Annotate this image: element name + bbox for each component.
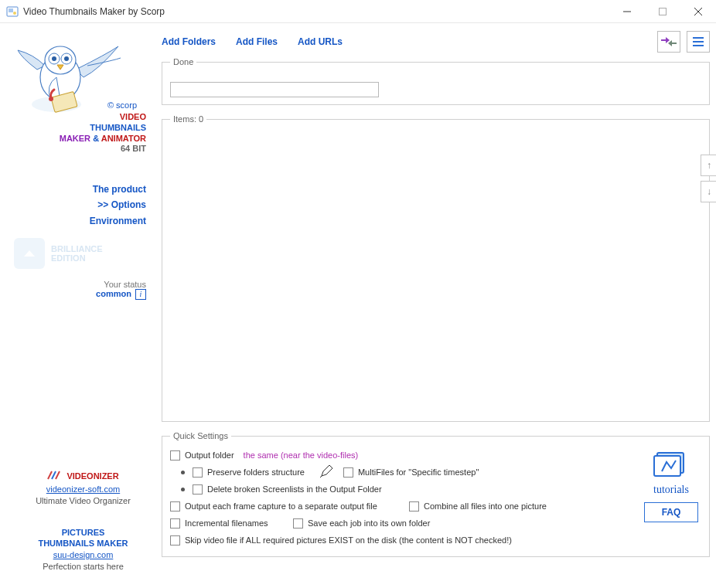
nav-product[interactable]: The product xyxy=(14,182,146,197)
sidebar: © scorp VIDEO THUMBNAILS MAKER & ANIMATO… xyxy=(0,23,159,588)
incremental-checkbox[interactable] xyxy=(170,518,180,529)
add-urls-button[interactable]: Add URLs xyxy=(298,36,343,47)
preserve-label: Preserve folders structure xyxy=(207,467,305,477)
ptm-line1: PICTURES xyxy=(14,527,152,539)
maximize-button[interactable] xyxy=(645,0,680,23)
edition-line2: EDITION xyxy=(51,253,103,263)
output-folder-label: Output folder xyxy=(185,450,234,460)
skip-checkbox[interactable] xyxy=(170,535,180,546)
each-frame-checkbox[interactable] xyxy=(170,501,180,512)
titlebar: Video Thumbnails Maker by Scorp xyxy=(0,0,716,23)
scorp-copyright: © scorp xyxy=(107,100,137,110)
save-each-label: Save each job into its own folder xyxy=(308,518,430,528)
videonizer-promo: VIDEONIZER videonizer-soft.com Ultimate … xyxy=(14,470,152,507)
edition-line1: BRILLIANCE xyxy=(51,244,103,253)
sidebar-nav: The product >> Options Environment xyxy=(14,182,152,229)
multifiles-label: MultiFiles for "Specific timestep" xyxy=(358,467,479,477)
delete-broken-label: Delete broken Screenlists in the Output … xyxy=(207,484,382,494)
preserve-checkbox[interactable] xyxy=(193,467,203,478)
faq-button[interactable]: FAQ xyxy=(644,502,698,522)
bullet-icon xyxy=(181,488,185,491)
videonizer-sub: Ultimate Video Organizer xyxy=(14,495,152,507)
skip-label: Skip video file if ALL required pictures… xyxy=(185,535,512,545)
nav-options[interactable]: >> Options xyxy=(14,197,146,212)
items-legend: Items: 0 xyxy=(170,114,206,124)
output-folder-checkbox[interactable] xyxy=(170,450,180,461)
tutorials-label[interactable]: tutorials xyxy=(644,484,698,496)
edition-block: BRILLIANCE EDITION xyxy=(14,238,152,269)
info-icon[interactable]: i xyxy=(135,289,146,300)
add-files-button[interactable]: Add Files xyxy=(236,36,278,47)
ptm-promo: PICTURES THUMBNAILS MAKER suu-design.com… xyxy=(14,527,152,573)
videonizer-icon xyxy=(47,470,61,484)
items-list[interactable] xyxy=(170,130,701,413)
combine-checkbox[interactable] xyxy=(409,501,419,512)
ptm-sub: Perfection starts here xyxy=(14,561,152,573)
save-each-checkbox[interactable] xyxy=(293,518,303,529)
logo-area: © scorp VIDEO THUMBNAILS MAKER & ANIMATO… xyxy=(14,31,152,155)
content-area: Add Folders Add Files Add URLs Done Item… xyxy=(159,23,716,588)
each-frame-label: Output each frame capture to a separate … xyxy=(185,501,409,511)
edit-icon[interactable] xyxy=(320,465,332,479)
nav-environment[interactable]: Environment xyxy=(14,213,146,229)
status-value: common xyxy=(96,289,131,298)
minimize-button[interactable] xyxy=(609,0,645,23)
svg-rect-4 xyxy=(660,8,667,15)
svg-line-19 xyxy=(320,476,322,478)
edition-icon xyxy=(14,238,45,269)
quick-legend: Quick Settings xyxy=(170,431,231,440)
list-icon-button[interactable] xyxy=(687,31,710,53)
status-label: Your status xyxy=(14,280,146,289)
move-down-button[interactable]: ↓ xyxy=(701,181,716,202)
app-icon xyxy=(6,5,19,18)
tutorials-block: tutorials FAQ xyxy=(644,448,698,522)
owl-logo-icon xyxy=(14,31,122,116)
done-legend: Done xyxy=(170,57,196,66)
incremental-label: Incremental filenames xyxy=(185,518,293,528)
progress-bar xyxy=(170,82,379,97)
combine-label: Combine all files into one picture xyxy=(424,501,547,511)
status-block: Your status common i xyxy=(14,280,152,300)
svg-point-15 xyxy=(49,97,53,101)
bullet-icon xyxy=(181,471,185,474)
svg-point-2 xyxy=(13,12,16,15)
items-fieldset: Items: 0 xyxy=(162,114,710,422)
reorder-arrows: ↑ ↓ xyxy=(701,155,716,202)
videonizer-link[interactable]: videonizer-soft.com xyxy=(46,484,120,494)
videonizer-heading: VIDEONIZER xyxy=(66,471,118,481)
quick-settings-fieldset: Quick Settings Output folder the same (n… xyxy=(162,431,710,557)
svg-rect-21 xyxy=(654,456,680,476)
window-title: Video Thumbnails Maker by Scorp xyxy=(23,6,609,17)
add-folders-button[interactable]: Add Folders xyxy=(162,36,216,47)
multifiles-checkbox[interactable] xyxy=(343,467,353,478)
toolbar: Add Folders Add Files Add URLs xyxy=(162,31,710,53)
done-fieldset: Done xyxy=(162,57,710,105)
ptm-link[interactable]: suu-design.com xyxy=(53,550,114,559)
svg-point-13 xyxy=(64,56,69,61)
transfer-icon-button[interactable] xyxy=(657,31,680,53)
svg-point-12 xyxy=(52,56,56,61)
tutorials-icon[interactable] xyxy=(653,448,690,482)
ptm-line2: THUMBNAILS MAKER xyxy=(14,538,152,549)
delete-broken-checkbox[interactable] xyxy=(193,484,203,495)
close-button[interactable] xyxy=(680,0,716,23)
move-up-button[interactable]: ↑ xyxy=(701,155,716,176)
output-folder-value: the same (near the video-files) xyxy=(244,450,359,460)
brand-block: VIDEO THUMBNAILS MAKER & ANIMATOR 64 BIT xyxy=(60,112,146,155)
svg-rect-1 xyxy=(9,8,13,12)
